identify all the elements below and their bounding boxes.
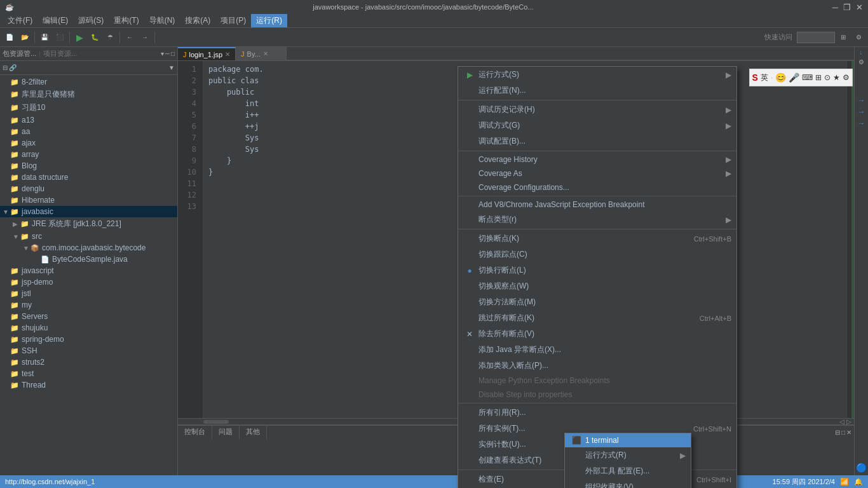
tb-save[interactable]: 💾 — [37, 30, 51, 44]
context-menu-item-run-config[interactable]: 运行配置(N)... — [458, 83, 736, 98]
tb-back[interactable]: ← — [123, 30, 137, 44]
tree-item[interactable]: ▼📦com.imooc.javabasic.bytecode — [0, 242, 177, 254]
tree-item[interactable]: 📁Thread — [0, 379, 177, 391]
menu-run[interactable]: 运行(R) — [251, 14, 287, 27]
tb-new[interactable]: 📄 — [3, 30, 17, 44]
context-menu-item-remove-all[interactable]: ✕除去所有断点(V) — [458, 326, 736, 342]
context-menu-item-breakpoint-type[interactable]: 断点类型(r)▶ — [458, 212, 736, 227]
sogou-emoji1[interactable]: 😊 — [775, 72, 786, 83]
submenu-item-ext-tools-config[interactable]: 外部工具 配置(E)... — [565, 463, 691, 479]
bottom-icon1[interactable]: ⊟ — [835, 429, 840, 436]
sogou-icon3[interactable]: ★ — [833, 73, 840, 82]
pkg-link-editor[interactable]: 🔗 — [9, 64, 17, 71]
sogou-icon2[interactable]: ⊙ — [824, 73, 831, 82]
tree-item[interactable]: 📁Hibernate — [0, 194, 177, 206]
tree-item[interactable]: 📁shujuku — [0, 322, 177, 334]
minimize-button[interactable]: ─ — [832, 3, 838, 12]
tab-other[interactable]: 其他 — [240, 426, 267, 439]
context-menu-item-toggle-watch2[interactable]: 切换观察点(W) — [458, 278, 736, 294]
tb-perspective[interactable]: ⊞ — [836, 30, 850, 44]
context-menu-item-skip-all[interactable]: 跳过所有断点(K)Ctrl+Alt+B — [458, 310, 736, 326]
sogou-lang[interactable]: 英 — [761, 72, 768, 83]
tb-coverage[interactable]: ☂ — [103, 30, 117, 44]
tree-item[interactable]: 📁array — [0, 149, 177, 160]
tree-item[interactable]: ▼📁javabasic — [0, 206, 177, 217]
context-menu-item-toggle-method-bp[interactable]: 切换方法断点(M) — [458, 294, 736, 310]
context-menu-item-coverage-config[interactable]: Coverage Configurations... — [458, 180, 736, 194]
context-menu-item-toggle-breakpoint[interactable]: 切换断点(K)Ctrl+Shift+B — [458, 231, 736, 247]
context-menu-item-toggle-watch[interactable]: 切换跟踪点(C) — [458, 247, 736, 262]
tab-close-login[interactable]: ✕ — [225, 51, 230, 58]
tree-item[interactable]: 📁8-2filter — [0, 76, 177, 88]
tree-item[interactable]: 📁习题10 — [0, 101, 177, 114]
tree-item[interactable]: 📁a13 — [0, 114, 177, 126]
tab-bytecode[interactable]: J By... ✕ — [236, 47, 287, 60]
context-menu-item-debug-history[interactable]: 调试历史记录(H)▶ — [458, 102, 736, 118]
rt-icon1[interactable]: → — [858, 50, 865, 56]
tb-debug[interactable]: 🐛 — [88, 30, 102, 44]
submenu-item-terminal-1[interactable]: ⬛1 terminal — [565, 433, 691, 447]
panel-collapse-icon[interactable]: ▾ — [161, 50, 164, 57]
menu-search[interactable]: 搜索(A) — [180, 14, 215, 27]
tree-item[interactable]: 📁Blog — [0, 160, 177, 172]
menu-refactor[interactable]: 重构(T) — [109, 14, 144, 27]
tree-item[interactable]: 📁SSH — [0, 345, 177, 356]
tree-item[interactable]: ▶📁JRE 系统库 [jdk1.8.0_221] — [0, 217, 177, 231]
rt-icon4[interactable]: → — [858, 107, 865, 116]
tree-item[interactable]: 📁jsp-demo — [0, 276, 177, 288]
panel-minimize-icon[interactable]: ─ — [165, 50, 170, 57]
tree-item[interactable]: 📁data structure — [0, 172, 177, 183]
menu-file[interactable]: 文件(F) — [3, 14, 37, 27]
sogou-keyboard[interactable]: ⌨ — [802, 73, 813, 82]
submenu-item-run-mode-sub[interactable]: 运行方式(R)▶ — [565, 447, 691, 463]
context-menu-item-add-java-exception[interactable]: 添加 Java 异常断点(X)... — [458, 342, 736, 358]
context-menu-item-debug-config[interactable]: 调试配置(B)... — [458, 133, 736, 149]
tree-item[interactable]: 📁aa — [0, 126, 177, 137]
maximize-button[interactable]: ❒ — [843, 3, 851, 12]
context-menu-item-add-exception[interactable]: Add V8/Chrome JavaScript Exception Break… — [458, 198, 736, 212]
tree-item[interactable]: 📁ajax — [0, 137, 177, 149]
close-button[interactable]: ✕ — [856, 3, 863, 12]
tree-item[interactable]: 📄ByteCodeSample.java — [0, 254, 177, 265]
tab-project-explorer[interactable]: 项目资源... — [43, 49, 77, 58]
tree-item[interactable]: 📁spring-demo — [0, 334, 177, 345]
tab-problems[interactable]: 问题 — [212, 426, 240, 439]
tree-item[interactable]: 📁Servers — [0, 311, 177, 322]
rt-icon3[interactable]: → — [858, 96, 865, 105]
pkg-menu[interactable]: ▼ — [168, 64, 175, 71]
bottom-icon3[interactable]: ✕ — [846, 429, 851, 436]
bottom-icon2[interactable]: □ — [841, 429, 845, 436]
tb-run[interactable]: ▶ — [72, 30, 86, 44]
tree-item[interactable]: 📁denglu — [0, 183, 177, 194]
rt-icon5[interactable]: → — [858, 119, 865, 128]
rt-icon-bottom[interactable]: 🔵 — [856, 463, 867, 473]
menu-project[interactable]: 项目(P) — [215, 14, 251, 27]
context-menu-item-run-mode[interactable]: ▶运行方式(S)▶ — [458, 67, 736, 83]
tree-item[interactable]: 📁my — [0, 299, 177, 311]
sogou-mic[interactable]: 🎤 — [789, 72, 799, 83]
tree-item[interactable]: 📁库里是只傻猪猪 — [0, 88, 177, 101]
context-menu-item-debug-mode[interactable]: 调试方式(G)▶ — [458, 118, 736, 133]
editor-scroll-bar[interactable] — [846, 61, 854, 418]
sogou-icon1[interactable]: ⊞ — [815, 73, 822, 82]
tb-open[interactable]: 📂 — [18, 30, 32, 44]
tb-save-all[interactable]: ⬛ — [53, 30, 67, 44]
context-menu-item-toggle-line-bp[interactable]: ●切换行断点(L) — [458, 262, 736, 278]
tree-item[interactable]: 📁test — [0, 368, 177, 379]
tab-package-explorer[interactable]: 包资源管... — [3, 49, 36, 58]
pkg-collapse-all[interactable]: ⊟ — [3, 64, 8, 71]
tab-close-by[interactable]: ✕ — [263, 50, 268, 57]
rt-icon2[interactable]: ⚙ — [858, 58, 864, 65]
tab-login-jsp[interactable]: J login_1.jsp ✕ — [178, 47, 236, 60]
context-menu-item-all-refs[interactable]: 所有引用(R)... — [458, 405, 736, 421]
submenu-item-organize-favs[interactable]: 组织收藏夹(V)... — [565, 479, 691, 488]
sogou-icon4[interactable]: ⚙ — [843, 73, 850, 82]
menu-source[interactable]: 源码(S) — [73, 14, 109, 27]
tree-item[interactable]: ▼📁src — [0, 231, 177, 242]
context-menu-item-add-class-bp[interactable]: 添加类装入断点(P)... — [458, 358, 736, 374]
tree-item[interactable]: 📁struts2 — [0, 356, 177, 368]
context-menu-item-coverage-as[interactable]: Coverage As▶ — [458, 166, 736, 180]
tree-item[interactable]: 📁jstl — [0, 288, 177, 299]
tb-settings[interactable]: ⚙ — [851, 30, 865, 44]
tb-forward[interactable]: → — [138, 30, 152, 44]
